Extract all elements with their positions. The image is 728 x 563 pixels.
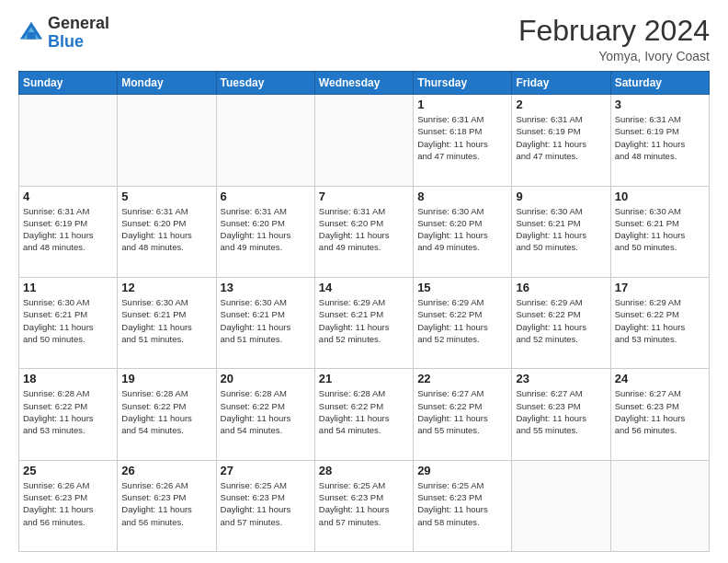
day-number: 13 <box>221 281 311 294</box>
calendar-week-0: 1Sunrise: 6:31 AM Sunset: 6:18 PM Daylig… <box>19 95 710 186</box>
calendar-cell <box>314 95 413 186</box>
calendar-cell: 23Sunrise: 6:27 AM Sunset: 6:23 PM Dayli… <box>512 369 610 460</box>
day-number: 15 <box>417 281 507 294</box>
day-header-tuesday: Tuesday <box>216 72 314 95</box>
day-info: Sunrise: 6:29 AM Sunset: 6:22 PM Dayligh… <box>516 296 606 345</box>
day-number: 9 <box>516 190 606 203</box>
calendar-week-4: 25Sunrise: 6:26 AM Sunset: 6:23 PM Dayli… <box>19 460 710 551</box>
day-header-monday: Monday <box>118 72 216 95</box>
calendar-cell <box>610 460 709 551</box>
day-number: 5 <box>121 190 211 203</box>
calendar-cell: 7Sunrise: 6:31 AM Sunset: 6:20 PM Daylig… <box>314 186 413 277</box>
logo-text: General Blue <box>48 15 109 52</box>
calendar-week-2: 11Sunrise: 6:30 AM Sunset: 6:21 PM Dayli… <box>19 277 710 368</box>
day-number: 8 <box>417 190 507 203</box>
day-number: 12 <box>121 281 211 294</box>
day-number: 29 <box>417 464 507 477</box>
day-number: 18 <box>23 372 113 385</box>
logo-icon <box>18 20 44 46</box>
logo: General Blue <box>18 15 109 52</box>
day-info: Sunrise: 6:29 AM Sunset: 6:22 PM Dayligh… <box>417 296 507 345</box>
day-number: 11 <box>23 281 113 294</box>
calendar-cell: 4Sunrise: 6:31 AM Sunset: 6:19 PM Daylig… <box>19 186 118 277</box>
calendar-cell <box>512 460 610 551</box>
month-year: February 2024 <box>518 15 710 47</box>
day-number: 20 <box>221 372 311 385</box>
day-number: 22 <box>417 372 507 385</box>
day-info: Sunrise: 6:30 AM Sunset: 6:21 PM Dayligh… <box>23 296 113 345</box>
day-number: 27 <box>221 464 311 477</box>
day-number: 7 <box>319 190 409 203</box>
day-header-thursday: Thursday <box>414 72 512 95</box>
day-info: Sunrise: 6:27 AM Sunset: 6:23 PM Dayligh… <box>615 387 705 436</box>
calendar-table: SundayMondayTuesdayWednesdayThursdayFrid… <box>18 71 710 552</box>
calendar-cell: 3Sunrise: 6:31 AM Sunset: 6:19 PM Daylig… <box>610 95 709 186</box>
calendar-cell: 13Sunrise: 6:30 AM Sunset: 6:21 PM Dayli… <box>216 277 314 368</box>
day-info: Sunrise: 6:30 AM Sunset: 6:21 PM Dayligh… <box>615 205 705 254</box>
day-info: Sunrise: 6:31 AM Sunset: 6:19 PM Dayligh… <box>615 113 705 162</box>
day-number: 4 <box>23 190 113 203</box>
calendar-cell: 28Sunrise: 6:25 AM Sunset: 6:23 PM Dayli… <box>314 460 413 551</box>
day-info: Sunrise: 6:30 AM Sunset: 6:21 PM Dayligh… <box>121 296 211 345</box>
header: General Blue February 2024 Yomya, Ivory … <box>18 15 710 63</box>
calendar-cell <box>118 95 216 186</box>
location: Yomya, Ivory Coast <box>518 49 710 63</box>
calendar-cell: 14Sunrise: 6:29 AM Sunset: 6:21 PM Dayli… <box>314 277 413 368</box>
calendar-cell: 2Sunrise: 6:31 AM Sunset: 6:19 PM Daylig… <box>512 95 610 186</box>
day-number: 24 <box>615 372 705 385</box>
calendar-cell: 16Sunrise: 6:29 AM Sunset: 6:22 PM Dayli… <box>512 277 610 368</box>
day-number: 23 <box>516 372 606 385</box>
day-info: Sunrise: 6:30 AM Sunset: 6:21 PM Dayligh… <box>516 205 606 254</box>
day-header-friday: Friday <box>512 72 610 95</box>
day-info: Sunrise: 6:28 AM Sunset: 6:22 PM Dayligh… <box>319 387 409 436</box>
svg-rect-2 <box>27 32 35 39</box>
calendar-cell: 8Sunrise: 6:30 AM Sunset: 6:20 PM Daylig… <box>414 186 512 277</box>
calendar-cell: 1Sunrise: 6:31 AM Sunset: 6:18 PM Daylig… <box>414 95 512 186</box>
calendar-cell: 15Sunrise: 6:29 AM Sunset: 6:22 PM Dayli… <box>414 277 512 368</box>
day-info: Sunrise: 6:30 AM Sunset: 6:21 PM Dayligh… <box>221 296 311 345</box>
day-info: Sunrise: 6:31 AM Sunset: 6:19 PM Dayligh… <box>23 205 113 254</box>
calendar-header-row: SundayMondayTuesdayWednesdayThursdayFrid… <box>19 72 710 95</box>
calendar-cell: 20Sunrise: 6:28 AM Sunset: 6:22 PM Dayli… <box>216 369 314 460</box>
calendar-cell: 19Sunrise: 6:28 AM Sunset: 6:22 PM Dayli… <box>118 369 216 460</box>
day-number: 16 <box>516 281 606 294</box>
day-info: Sunrise: 6:31 AM Sunset: 6:20 PM Dayligh… <box>221 205 311 254</box>
calendar-cell: 18Sunrise: 6:28 AM Sunset: 6:22 PM Dayli… <box>19 369 118 460</box>
calendar-cell: 24Sunrise: 6:27 AM Sunset: 6:23 PM Dayli… <box>610 369 709 460</box>
day-info: Sunrise: 6:30 AM Sunset: 6:20 PM Dayligh… <box>417 205 507 254</box>
calendar-cell: 9Sunrise: 6:30 AM Sunset: 6:21 PM Daylig… <box>512 186 610 277</box>
day-number: 10 <box>615 190 705 203</box>
calendar-cell: 5Sunrise: 6:31 AM Sunset: 6:20 PM Daylig… <box>118 186 216 277</box>
day-number: 14 <box>319 281 409 294</box>
calendar-cell: 29Sunrise: 6:25 AM Sunset: 6:23 PM Dayli… <box>414 460 512 551</box>
day-number: 17 <box>615 281 705 294</box>
day-info: Sunrise: 6:26 AM Sunset: 6:23 PM Dayligh… <box>121 479 211 528</box>
title-block: February 2024 Yomya, Ivory Coast <box>518 15 710 63</box>
day-number: 6 <box>221 190 311 203</box>
day-info: Sunrise: 6:31 AM Sunset: 6:20 PM Dayligh… <box>319 205 409 254</box>
calendar-cell: 6Sunrise: 6:31 AM Sunset: 6:20 PM Daylig… <box>216 186 314 277</box>
logo-blue-text: Blue <box>48 32 84 51</box>
day-number: 28 <box>319 464 409 477</box>
day-number: 19 <box>121 372 211 385</box>
day-info: Sunrise: 6:28 AM Sunset: 6:22 PM Dayligh… <box>23 387 113 436</box>
page: General Blue February 2024 Yomya, Ivory … <box>0 0 728 563</box>
day-number: 3 <box>615 98 705 111</box>
calendar-cell: 10Sunrise: 6:30 AM Sunset: 6:21 PM Dayli… <box>610 186 709 277</box>
day-header-wednesday: Wednesday <box>314 72 413 95</box>
calendar-cell: 17Sunrise: 6:29 AM Sunset: 6:22 PM Dayli… <box>610 277 709 368</box>
day-number: 1 <box>417 98 507 111</box>
day-info: Sunrise: 6:29 AM Sunset: 6:22 PM Dayligh… <box>615 296 705 345</box>
calendar-cell <box>216 95 314 186</box>
calendar-week-1: 4Sunrise: 6:31 AM Sunset: 6:19 PM Daylig… <box>19 186 710 277</box>
day-info: Sunrise: 6:25 AM Sunset: 6:23 PM Dayligh… <box>417 479 507 528</box>
calendar-cell: 27Sunrise: 6:25 AM Sunset: 6:23 PM Dayli… <box>216 460 314 551</box>
day-info: Sunrise: 6:25 AM Sunset: 6:23 PM Dayligh… <box>319 479 409 528</box>
day-info: Sunrise: 6:29 AM Sunset: 6:21 PM Dayligh… <box>319 296 409 345</box>
day-number: 26 <box>121 464 211 477</box>
day-header-sunday: Sunday <box>19 72 118 95</box>
day-info: Sunrise: 6:31 AM Sunset: 6:18 PM Dayligh… <box>417 113 507 162</box>
calendar-cell: 21Sunrise: 6:28 AM Sunset: 6:22 PM Dayli… <box>314 369 413 460</box>
day-number: 2 <box>516 98 606 111</box>
day-info: Sunrise: 6:25 AM Sunset: 6:23 PM Dayligh… <box>221 479 311 528</box>
